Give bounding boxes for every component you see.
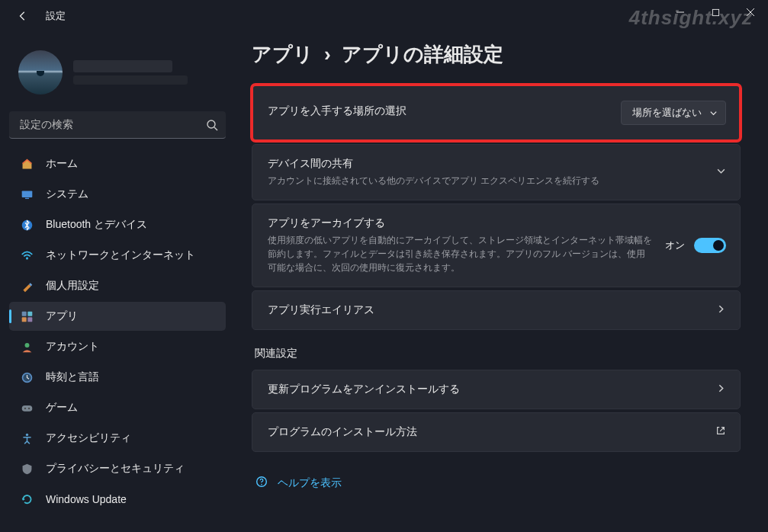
svg-point-13 — [24, 407, 25, 409]
sidebar-item-label: ゲーム — [46, 401, 78, 415]
profile-name-redacted — [73, 60, 172, 72]
select-value: 場所を選ばない — [632, 106, 702, 120]
card-archive-apps[interactable]: アプリをアーカイブする 使用頻度の低いアプリを自動的にアーカイブして、ストレージ… — [252, 204, 741, 287]
card-title: 更新プログラムをアンインストールする — [268, 383, 705, 396]
sidebar-item-label: アプリ — [46, 309, 78, 323]
sidebar: 設定の検索 ホーム システム Bluetooth とデバイス — [0, 32, 236, 532]
card-title: プログラムのインストール方法 — [268, 425, 705, 439]
archive-toggle-group: オン — [665, 238, 726, 253]
accessibility-icon — [20, 431, 34, 445]
sidebar-item-privacy[interactable]: プライバシーとセキュリティ — [9, 454, 226, 483]
breadcrumb-parent[interactable]: アプリ — [252, 41, 313, 68]
home-icon — [20, 157, 34, 171]
profile-block[interactable] — [6, 38, 229, 110]
svg-rect-0 — [712, 9, 718, 15]
chevron-down-icon — [716, 165, 726, 179]
sidebar-item-home[interactable]: ホーム — [9, 149, 226, 178]
help-icon — [255, 475, 268, 491]
avatar — [18, 50, 63, 95]
svg-point-17 — [261, 484, 262, 486]
search-input[interactable]: 設定の検索 — [9, 111, 226, 139]
time-icon — [20, 370, 34, 384]
close-button[interactable] — [733, 0, 768, 24]
update-icon — [20, 492, 34, 506]
sidebar-item-accessibility[interactable]: アクセシビリティ — [9, 424, 226, 453]
chevron-right-icon — [716, 303, 726, 317]
sidebar-item-bluetooth[interactable]: Bluetooth とデバイス — [9, 210, 226, 239]
apps-icon — [20, 309, 34, 323]
sidebar-item-update[interactable]: Windows Update — [9, 485, 226, 514]
card-title: デバイス間の共有 — [268, 157, 705, 171]
sidebar-item-accounts[interactable]: アカウント — [9, 332, 226, 361]
svg-rect-12 — [21, 405, 32, 412]
svg-rect-8 — [21, 317, 26, 322]
accounts-icon — [20, 340, 34, 354]
help-label: ヘルプを表示 — [278, 476, 342, 490]
chevron-right-icon — [716, 383, 726, 396]
network-icon — [20, 248, 34, 262]
sidebar-item-network[interactable]: ネットワークとインターネット — [9, 241, 226, 270]
breadcrumb: アプリ › アプリの詳細設定 — [252, 41, 741, 68]
bluetooth-icon — [20, 218, 34, 232]
maximize-button[interactable] — [698, 0, 733, 24]
nav-list: ホーム システム Bluetooth とデバイス ネットワークとインターネット … — [6, 148, 229, 526]
profile-text — [73, 60, 188, 85]
chevron-down-icon — [709, 109, 718, 117]
sidebar-item-system[interactable]: システム — [9, 180, 226, 209]
sidebar-item-time[interactable]: 時刻と言語 — [9, 363, 226, 392]
sidebar-item-gaming[interactable]: ゲーム — [9, 393, 226, 422]
svg-point-15 — [25, 433, 27, 435]
sidebar-item-label: アクセシビリティ — [46, 431, 131, 445]
profile-email-redacted — [73, 75, 188, 85]
card-share-across-devices[interactable]: デバイス間の共有 アカウントに接続されている他のデバイスでアプリ エクスペリエン… — [252, 144, 741, 200]
open-external-icon — [715, 425, 726, 439]
privacy-icon — [20, 462, 34, 476]
card-install-method[interactable]: プログラムのインストール方法 — [252, 412, 741, 452]
svg-point-1 — [207, 120, 215, 128]
window-title: 設定 — [46, 9, 66, 23]
breadcrumb-separator: › — [324, 43, 331, 66]
search-icon — [206, 119, 218, 131]
svg-rect-2 — [21, 191, 32, 197]
svg-rect-9 — [27, 317, 32, 322]
svg-rect-6 — [21, 311, 26, 316]
gaming-icon — [20, 401, 34, 415]
search-placeholder: 設定の検索 — [20, 118, 206, 132]
help-link[interactable]: ヘルプを表示 — [252, 475, 741, 491]
sidebar-item-apps[interactable]: アプリ — [9, 302, 226, 331]
minimize-icon — [676, 8, 685, 17]
card-title: アプリ実行エイリアス — [268, 303, 705, 317]
arrow-left-icon — [18, 11, 28, 21]
card-description: アカウントに接続されている他のデバイスでアプリ エクスペリエンスを続行する — [268, 174, 705, 187]
window-controls — [663, 0, 768, 24]
close-icon — [746, 8, 755, 17]
app-source-select[interactable]: 場所を選ばない — [621, 101, 726, 125]
titlebar: 設定 — [0, 0, 768, 32]
card-app-source[interactable]: アプリを入手する場所の選択 場所を選ばない — [252, 85, 741, 141]
card-title: アプリをアーカイブする — [268, 216, 654, 230]
breadcrumb-current: アプリの詳細設定 — [342, 41, 503, 68]
sidebar-item-label: ホーム — [46, 157, 78, 171]
svg-rect-3 — [24, 197, 28, 198]
svg-point-14 — [27, 407, 29, 409]
back-button[interactable] — [14, 7, 32, 25]
card-uninstall-updates[interactable]: 更新プログラムをアンインストールする — [252, 370, 741, 409]
sidebar-item-label: システム — [46, 187, 88, 201]
system-icon — [20, 187, 34, 201]
archive-toggle[interactable] — [694, 238, 726, 253]
sidebar-item-personalization[interactable]: 個人用設定 — [9, 271, 226, 300]
personalize-icon — [20, 279, 34, 293]
svg-rect-7 — [27, 311, 32, 316]
sidebar-item-label: ネットワークとインターネット — [46, 248, 195, 262]
maximize-icon — [712, 8, 720, 17]
sidebar-item-label: 個人用設定 — [46, 279, 99, 293]
minimize-button[interactable] — [663, 0, 698, 24]
svg-point-10 — [24, 342, 29, 347]
card-app-aliases[interactable]: アプリ実行エイリアス — [252, 290, 741, 330]
sidebar-item-label: アカウント — [46, 340, 99, 354]
card-title: アプリを入手する場所の選択 — [268, 104, 610, 118]
sidebar-item-label: Bluetooth とデバイス — [46, 218, 147, 232]
related-settings-label: 関連設定 — [255, 347, 741, 361]
card-description: 使用頻度の低いアプリを自動的にアーカイブして、ストレージ領域とインターネット帯域… — [268, 233, 654, 274]
toggle-label: オン — [665, 239, 685, 252]
